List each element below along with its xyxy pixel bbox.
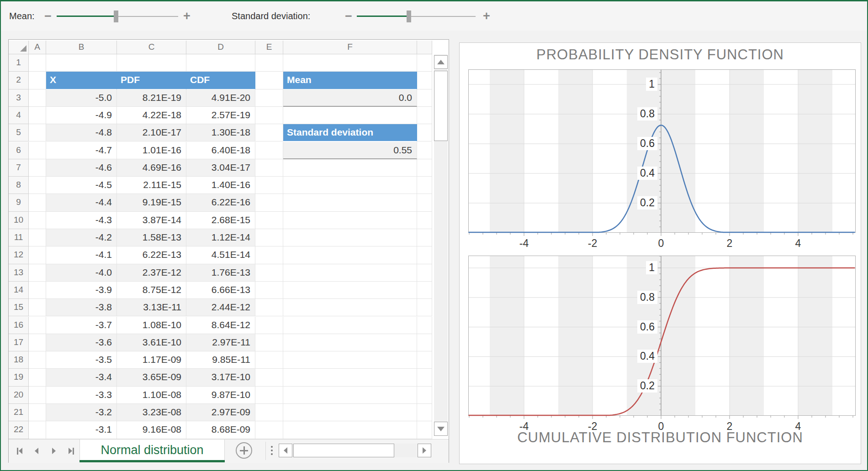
sd-decrease-button[interactable]: −	[343, 10, 355, 22]
data-cell-C16[interactable]: 1.08E-10	[117, 317, 186, 334]
row-header-21[interactable]: 21	[9, 404, 29, 421]
cell-F21[interactable]	[283, 404, 417, 421]
cell-A17[interactable]	[29, 334, 46, 351]
cell-E13[interactable]	[255, 264, 283, 282]
data-cell-C9[interactable]: 9.19E-15	[117, 194, 186, 211]
data-cell-D16[interactable]: 8.64E-12	[186, 317, 255, 334]
data-cell-C6[interactable]: 1.01E-16	[117, 142, 186, 159]
cell-E9[interactable]	[255, 194, 283, 211]
horizontal-scrollbar-thumb[interactable]	[293, 444, 394, 457]
cell-F16[interactable]	[283, 317, 417, 334]
row-header-22[interactable]: 22	[9, 421, 29, 439]
cell-stub13[interactable]	[417, 264, 432, 282]
data-cell-D8[interactable]: 1.40E-16	[186, 177, 255, 194]
data-cell-D15[interactable]: 2.44E-12	[186, 299, 255, 316]
cell-stub22[interactable]	[417, 421, 432, 439]
data-cell-C19[interactable]: 3.65E-09	[117, 369, 186, 386]
cell-stub19[interactable]	[417, 369, 432, 386]
row-header-18[interactable]: 18	[9, 351, 29, 369]
cell-E21[interactable]	[255, 404, 283, 421]
scroll-up-button[interactable]	[434, 55, 448, 69]
cell-stub15[interactable]	[417, 299, 432, 316]
cell-F15[interactable]	[283, 299, 417, 316]
row-header-4[interactable]: 4	[9, 107, 29, 124]
cell-A13[interactable]	[29, 264, 46, 282]
data-cell-D22[interactable]: 8.68E-09	[186, 421, 255, 439]
data-cell-D17[interactable]: 2.97E-11	[186, 334, 255, 351]
cell-E7[interactable]	[255, 159, 283, 177]
column-header-E[interactable]: E	[255, 41, 283, 54]
mean-increase-button[interactable]: +	[181, 10, 193, 22]
data-cell-B19[interactable]: -3.4	[46, 369, 117, 386]
cell-F12[interactable]	[283, 246, 417, 264]
row-header-15[interactable]: 15	[9, 299, 29, 316]
cell-F11[interactable]	[283, 229, 417, 246]
data-cell-D5[interactable]: 1.30E-18	[186, 124, 255, 141]
data-cell-B11[interactable]: -4.2	[46, 229, 117, 246]
data-cell-C5[interactable]: 2.10E-17	[117, 124, 186, 141]
cell-F14[interactable]	[283, 282, 417, 299]
data-cell-C13[interactable]: 2.37E-12	[117, 264, 186, 282]
cell-A3[interactable]	[29, 89, 46, 107]
cell-E2[interactable]	[255, 72, 283, 89]
row-header-9[interactable]: 9	[9, 194, 29, 211]
row-header-1[interactable]: 1	[9, 54, 29, 72]
data-cell-B16[interactable]: -3.7	[46, 317, 117, 334]
data-cell-B12[interactable]: -4.1	[46, 246, 117, 264]
cell-E6[interactable]	[255, 142, 283, 159]
data-cell-D4[interactable]: 2.57E-19	[186, 107, 255, 124]
cell-F8[interactable]	[283, 177, 417, 194]
cell-E20[interactable]	[255, 387, 283, 404]
row-header-6[interactable]: 6	[9, 142, 29, 159]
row-header-11[interactable]: 11	[9, 229, 29, 246]
data-cell-D7[interactable]: 3.04E-17	[186, 159, 255, 177]
mean-decrease-button[interactable]: −	[42, 10, 54, 22]
data-cell-D18[interactable]: 9.85E-11	[186, 351, 255, 369]
data-cell-B22[interactable]: -3.1	[46, 421, 117, 439]
data-cell-D13[interactable]: 1.76E-13	[186, 264, 255, 282]
cell-A19[interactable]	[29, 369, 46, 386]
data-cell-D21[interactable]: 2.97E-09	[186, 404, 255, 421]
column-header-C[interactable]: C	[117, 41, 186, 54]
cell-E12[interactable]	[255, 246, 283, 264]
data-cell-D9[interactable]: 6.22E-16	[186, 194, 255, 211]
cell-A22[interactable]	[29, 421, 46, 439]
cell-E18[interactable]	[255, 351, 283, 369]
cell-A8[interactable]	[29, 177, 46, 194]
cell-E3[interactable]	[255, 89, 283, 107]
cell-F17[interactable]	[283, 334, 417, 351]
first-sheet-button[interactable]	[11, 445, 27, 457]
data-cell-B17[interactable]: -3.6	[46, 334, 117, 351]
cell-F4[interactable]	[283, 107, 417, 124]
data-cell-D20[interactable]: 9.87E-10	[186, 387, 255, 404]
cell-F9[interactable]	[283, 194, 417, 211]
cell-E15[interactable]	[255, 299, 283, 316]
std-value-cell[interactable]: 0.55	[283, 142, 417, 159]
cell-E22[interactable]	[255, 421, 283, 439]
data-cell-C12[interactable]: 6.22E-13	[117, 246, 186, 264]
cell-C1[interactable]	[117, 54, 186, 72]
cell-stub16[interactable]	[417, 317, 432, 334]
column-header-B[interactable]: B	[46, 41, 117, 54]
row-header-12[interactable]: 12	[9, 246, 29, 264]
cell-stub12[interactable]	[417, 246, 432, 264]
cell-stub5[interactable]	[417, 124, 432, 141]
cell-E10[interactable]	[255, 212, 283, 229]
column-header-A[interactable]: A	[29, 41, 46, 54]
table-header-x[interactable]: X	[46, 72, 117, 89]
vertical-scrollbar-thumb[interactable]	[434, 71, 448, 141]
cell-stub21[interactable]	[417, 404, 432, 421]
add-sheet-button[interactable]	[236, 442, 252, 459]
cell-A1[interactable]	[29, 54, 46, 72]
data-cell-D19[interactable]: 3.17E-10	[186, 369, 255, 386]
data-cell-B20[interactable]: -3.3	[46, 387, 117, 404]
cell-A4[interactable]	[29, 107, 46, 124]
cell-A9[interactable]	[29, 194, 46, 211]
cell-stub8[interactable]	[417, 177, 432, 194]
sheet-tab-normal-distribution[interactable]: Normal distribution	[79, 440, 225, 461]
mean-header-cell[interactable]: Mean	[283, 72, 417, 89]
table-header-pdf[interactable]: PDF	[117, 72, 186, 89]
cell-A7[interactable]	[29, 159, 46, 177]
cell-A21[interactable]	[29, 404, 46, 421]
cell-E17[interactable]	[255, 334, 283, 351]
